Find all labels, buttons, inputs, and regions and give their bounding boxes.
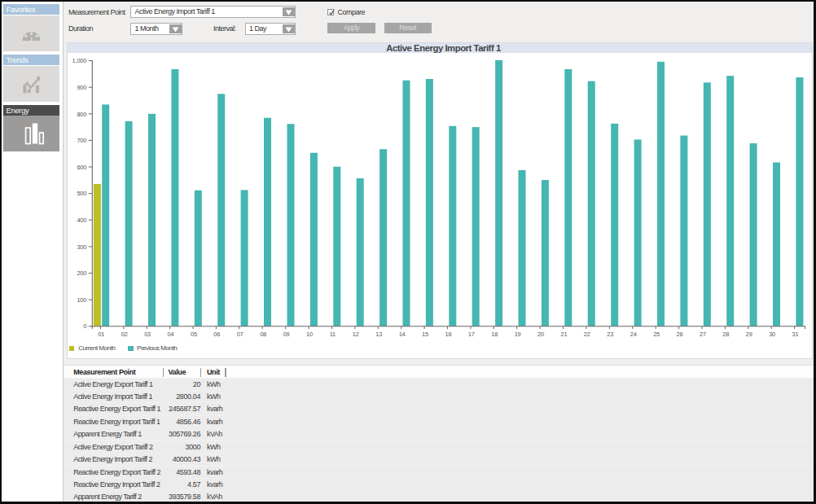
svg-text:100: 100 xyxy=(77,296,86,304)
svg-text:11: 11 xyxy=(330,331,336,338)
svg-text:200: 200 xyxy=(77,270,86,277)
svg-text:12: 12 xyxy=(353,331,359,338)
svg-text:700: 700 xyxy=(77,137,86,144)
svg-text:20: 20 xyxy=(537,331,544,338)
svg-text:0: 0 xyxy=(83,322,86,330)
svg-text:800: 800 xyxy=(77,111,86,118)
svg-text:05: 05 xyxy=(191,331,197,338)
svg-text:900: 900 xyxy=(77,84,86,91)
svg-text:18: 18 xyxy=(491,331,498,338)
svg-text:31: 31 xyxy=(792,331,799,338)
svg-text:1,000: 1,000 xyxy=(72,57,87,64)
svg-text:08: 08 xyxy=(260,331,266,338)
svg-text:01: 01 xyxy=(98,331,104,338)
svg-text:29: 29 xyxy=(746,331,752,338)
svg-text:14: 14 xyxy=(399,331,406,338)
svg-text:07: 07 xyxy=(237,331,243,338)
svg-text:15: 15 xyxy=(422,331,428,338)
svg-text:300: 300 xyxy=(77,243,86,251)
svg-text:27: 27 xyxy=(700,331,706,338)
svg-text:400: 400 xyxy=(77,217,86,224)
svg-text:24: 24 xyxy=(630,331,637,338)
svg-text:10: 10 xyxy=(306,331,313,338)
svg-text:04: 04 xyxy=(168,331,174,338)
svg-text:26: 26 xyxy=(677,331,683,338)
svg-text:21: 21 xyxy=(560,331,567,338)
svg-text:28: 28 xyxy=(722,331,729,338)
svg-text:19: 19 xyxy=(515,331,521,338)
svg-text:02: 02 xyxy=(121,331,128,338)
svg-text:25: 25 xyxy=(653,331,660,338)
svg-text:13: 13 xyxy=(375,331,382,338)
svg-text:600: 600 xyxy=(77,164,86,171)
svg-text:03: 03 xyxy=(144,331,151,338)
svg-text:16: 16 xyxy=(445,331,451,338)
svg-text:17: 17 xyxy=(468,331,475,338)
svg-text:22: 22 xyxy=(584,331,590,338)
svg-text:06: 06 xyxy=(213,331,220,338)
svg-text:500: 500 xyxy=(77,190,86,197)
svg-text:23: 23 xyxy=(607,331,613,338)
svg-text:09: 09 xyxy=(283,331,290,338)
svg-text:30: 30 xyxy=(769,331,775,338)
